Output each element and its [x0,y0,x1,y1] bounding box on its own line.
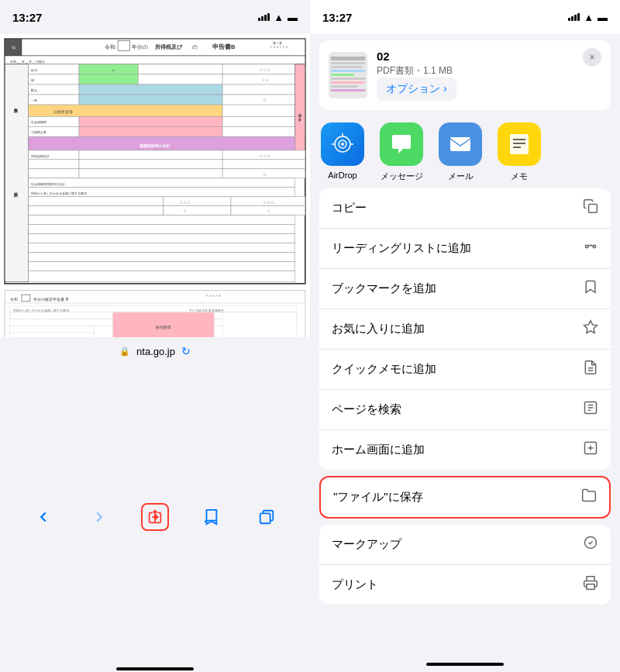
svg-text:０００: ０００ [259,154,270,158]
svg-rect-104 [222,312,297,337]
svg-text:令和: 令和 [105,44,115,50]
svg-text:社会保険料: 社会保険料 [31,120,46,124]
action-copy[interactable]: コピー [319,188,611,229]
svg-rect-116 [331,89,365,91]
svg-text:０００: ０００ [179,201,191,205]
messages-icon [380,122,423,166]
lock-icon: 🔒 [119,346,130,357]
share-app-mail[interactable]: メール [437,122,484,182]
file-name: 02 [377,50,601,63]
svg-text:令和___年__月__日提出: 令和___年__月__日提出 [10,60,45,64]
share-sheet: 02 PDF書類・1.1 MB オプション › × [310,34,620,672]
svg-text:０: ０ [267,209,270,213]
airdrop-label: AirDrop [328,171,356,180]
share-apps-row: AirDrop メッセージ メール [310,116,620,188]
svg-rect-125 [589,205,598,213]
messages-label: メッセージ [381,171,423,182]
svg-text:配当: 配当 [31,88,37,92]
svg-rect-106 [260,513,270,523]
file-thumbnail [329,52,367,98]
action-save-files[interactable]: "ファイル"に保存 [321,477,609,517]
action-quick-note[interactable]: クイックメモに追加 [319,350,611,390]
tabs-button[interactable] [253,503,281,531]
action-reading-list[interactable]: リーディングリストに追加 [319,229,611,269]
svg-rect-80 [29,215,295,225]
wifi-icon-right: ▲ [584,12,594,23]
svg-rect-112 [331,74,354,76]
svg-text:給付額等: 給付額等 [155,325,171,329]
svg-text:所得金額合計: 所得金額合計 [31,154,50,158]
bookmark-label: ブックマークを追加 [332,281,436,296]
right-panel: 13:27 ▲ ▬ [310,0,620,672]
svg-rect-62 [29,169,79,178]
share-app-messages[interactable]: メッセージ [378,122,425,182]
reading-list-label: リーディングリストに追加 [332,241,471,256]
svg-rect-70 [29,197,164,206]
action-print[interactable]: プリント [319,565,611,605]
svg-rect-48 [79,126,222,136]
notes-label: メモ [511,171,528,182]
svg-rect-33 [222,84,305,95]
svg-text:所得から差し引かれる金額に関する事項: 所得から差し引かれる金額に関する事項 [31,191,87,195]
status-icons-left: ▲ ▬ [258,12,298,23]
svg-rect-139 [587,584,594,590]
home-screen-label: ホーム画面に追加 [332,443,425,457]
svg-rect-41 [222,105,305,116]
left-panel: 13:27 ▲ ▬ 知 令和 [0,0,310,672]
svg-text:基礎控除等の合計: 基礎控除等の合計 [140,143,171,148]
close-sheet-button[interactable]: × [583,48,601,67]
bookmarks-button[interactable] [197,503,225,531]
svg-rect-27 [138,74,222,84]
options-button[interactable]: オプション › [377,78,456,101]
svg-point-126 [585,245,587,247]
svg-rect-89 [22,295,30,302]
back-button[interactable] [29,503,57,531]
forward-button[interactable] [85,503,113,531]
svg-rect-83 [29,243,295,253]
svg-text:００: ００ [261,78,269,82]
url-text[interactable]: nta.go.jp [136,346,175,357]
airdrop-icon [321,122,364,166]
mail-icon [439,122,482,166]
svg-rect-24 [29,74,79,84]
mail-label: メール [448,171,474,182]
svg-rect-45 [222,116,305,126]
share-button[interactable] [141,503,169,531]
markup-label: マークアップ [332,537,401,552]
quick-note-label: クイックメモに追加 [332,362,436,377]
action-bookmark[interactable]: ブックマークを追加 [319,269,611,309]
svg-text:小規模企業: 小規模企業 [31,130,46,134]
svg-rect-71 [164,197,231,206]
svg-text:主たる給与等 延長課税分: 主たる給与等 延長課税分 [189,308,224,312]
save-files-label: "ファイル"に保存 [333,490,423,505]
svg-rect-115 [331,85,358,88]
svg-text:０: ０ [263,98,267,102]
svg-text:知: 知 [12,45,16,50]
tax-form-svg: 知 令和 年分の 所得税及び の 申告書B 第一表 ＦＡ０１２５ 令和___年_… [3,37,307,337]
svg-text:０００: ０００ [259,68,270,72]
battery-icon-right: ▬ [598,12,608,23]
home-indicator-right [310,656,620,672]
svg-rect-82 [29,234,295,243]
time-right: 13:27 [322,11,352,24]
quick-note-icon [583,360,598,379]
svg-text:０: ０ [263,173,267,177]
action-favorites[interactable]: お気に入りに追加 [319,309,611,350]
home-indicator-left [0,668,310,672]
svg-rect-49 [222,126,305,136]
url-bar: 🔒 nta.go.jp ↻ [0,337,310,365]
svg-text:社会保険料控除等の合計: 社会保険料控除等の合計 [31,182,65,186]
svg-rect-32 [79,84,222,95]
share-app-notes[interactable]: メモ [496,122,542,182]
reload-icon[interactable]: ↻ [181,345,191,357]
action-markup[interactable]: マークアップ [319,525,611,565]
share-app-airdrop[interactable]: AirDrop [319,122,366,182]
file-meta: PDF書類・1.1 MB [377,64,601,78]
svg-rect-76 [164,206,231,215]
svg-text:年分の: 年分の [132,44,148,50]
svg-text:年分の確定申告書 B: 年分の確定申告書 B [33,297,69,302]
action-find[interactable]: ページを検索 [319,390,611,430]
action-home-screen[interactable]: ホーム画面に追加 [319,430,611,470]
svg-point-119 [341,143,344,146]
favorites-label: お気に入りに追加 [332,322,425,336]
